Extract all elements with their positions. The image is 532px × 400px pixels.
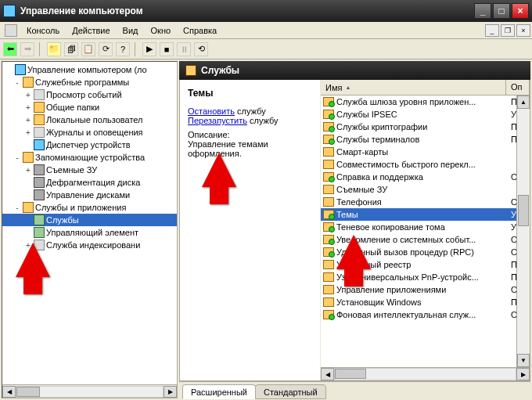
tree-item-services[interactable]: Службы: [2, 214, 177, 226]
column-name[interactable]: Имя: [321, 80, 506, 95]
scroll-up-button[interactable]: ▲: [517, 95, 530, 109]
service-row[interactable]: Службы терминаловПо: [321, 133, 530, 146]
tree-group-tools[interactable]: - Служебные программы: [2, 76, 177, 88]
tree-group-services-apps[interactable]: - Службы и приложения: [2, 201, 177, 214]
restart-service-link[interactable]: Перезапустить: [188, 116, 247, 125]
collapse-icon[interactable]: -: [13, 78, 21, 87]
scroll-down-button[interactable]: ▼: [517, 354, 530, 367]
tree-item-wmi[interactable]: Управляющий элемент: [2, 226, 177, 239]
scroll-track[interactable]: [334, 368, 516, 380]
expand-icon[interactable]: +: [24, 166, 32, 175]
folder-icon: [23, 152, 34, 163]
menu-help[interactable]: Справка: [177, 23, 223, 38]
stop-service-link[interactable]: Остановить: [188, 106, 235, 116]
vertical-scrollbar[interactable]: ▲ ▼: [516, 95, 530, 367]
service-name: Управление приложениями: [336, 285, 511, 294]
mdi-close-button[interactable]: ×: [516, 24, 530, 37]
scroll-thumb[interactable]: [16, 387, 40, 397]
menu-action[interactable]: Действие: [66, 23, 116, 38]
menu-console[interactable]: Консоль: [20, 23, 66, 38]
start-button[interactable]: ▶: [142, 42, 156, 56]
minimize-button[interactable]: _: [474, 3, 491, 19]
service-row[interactable]: Справка и поддержкаОб: [321, 171, 530, 183]
menu-view[interactable]: Вид: [117, 23, 145, 38]
refresh-button[interactable]: ⟳: [99, 42, 113, 56]
scroll-thumb[interactable]: [518, 195, 529, 226]
up-button[interactable]: 📁: [47, 42, 61, 56]
tree-pane: Управление компьютером (ло - Служебные п…: [2, 61, 178, 398]
defrag-icon: [34, 177, 45, 188]
service-name: Справка и поддержка: [336, 172, 511, 182]
description-text: Управление темами оформления.: [188, 139, 268, 158]
service-row[interactable]: Совместимость быстрого перекл...: [321, 158, 530, 171]
tree-horizontal-scrollbar[interactable]: ◀ ▶: [2, 384, 177, 398]
restart-button[interactable]: ⟲: [194, 42, 208, 56]
help-button[interactable]: ?: [116, 42, 130, 56]
export-button[interactable]: 📋: [81, 42, 95, 56]
window-title: Управление компьютером: [20, 5, 473, 16]
tree-group-storage[interactable]: - Запоминающие устройства: [2, 151, 177, 164]
service-row[interactable]: Служба шлюза уровня приложен...По: [321, 95, 530, 108]
service-row[interactable]: Управление приложениямиОб: [321, 283, 530, 296]
expand-icon[interactable]: +: [24, 241, 32, 250]
service-row[interactable]: Съемные ЗУ: [321, 183, 530, 196]
menu-window[interactable]: Окно: [145, 23, 178, 38]
tree-item-devicemgr[interactable]: Диспетчер устройств: [2, 139, 177, 151]
scroll-left-button[interactable]: ◀: [2, 386, 16, 398]
list-header[interactable]: Имя Оп: [321, 80, 530, 95]
service-name: Фоновая интеллектуальная служ...: [336, 310, 511, 319]
tree-item-eventviewer[interactable]: +Просмотр событий: [2, 88, 177, 101]
tree-item-diskmgmt[interactable]: Управление дисками: [2, 189, 177, 201]
system-menu-icon[interactable]: [5, 24, 17, 37]
maximize-button[interactable]: □: [493, 3, 510, 19]
tree-item-sharedfolders[interactable]: +Общие папки: [2, 101, 177, 114]
tree-root[interactable]: Управление компьютером (ло: [2, 63, 177, 76]
collapse-icon[interactable]: -: [13, 153, 21, 162]
scroll-track[interactable]: [16, 386, 164, 398]
tree-item-defrag[interactable]: Дефрагментация диска: [2, 176, 177, 189]
stop-button[interactable]: ■: [160, 42, 174, 56]
service-row[interactable]: Уведомление о системных событ...От: [321, 233, 530, 246]
properties-button[interactable]: 🗐: [64, 42, 78, 56]
service-row[interactable]: Установщик WindowsПо: [321, 296, 530, 308]
service-name: Удаленный вызов процедур (RPC): [336, 247, 511, 257]
tab-extended[interactable]: Расширенный: [182, 384, 256, 399]
service-row[interactable]: Службы криптографииПр: [321, 121, 530, 133]
pause-button[interactable]: ⏸: [177, 42, 191, 56]
column-description[interactable]: Оп: [506, 80, 530, 95]
mdi-restore-button[interactable]: ❐: [501, 24, 515, 37]
expand-icon[interactable]: +: [24, 128, 32, 137]
service-row[interactable]: ТелефонияОб: [321, 196, 530, 208]
service-row[interactable]: Узел универсальных PnP-устройс...По: [321, 271, 530, 283]
expand-icon[interactable]: +: [24, 91, 32, 99]
service-row[interactable]: Службы IPSECУп: [321, 108, 530, 121]
service-row[interactable]: Удаленный вызов процедур (RPC)Об: [321, 246, 530, 258]
service-row[interactable]: ТемыУп: [321, 208, 530, 221]
scroll-right-button[interactable]: ▶: [164, 386, 177, 398]
tree-item-removable[interactable]: +Съемные ЗУ: [2, 164, 177, 176]
back-button[interactable]: ⬅: [3, 42, 17, 56]
close-button[interactable]: ×: [512, 3, 529, 19]
scroll-left-button[interactable]: ◀: [321, 368, 334, 380]
expand-icon[interactable]: +: [24, 103, 32, 112]
service-icon: [323, 97, 334, 106]
scroll-right-button[interactable]: ▶: [516, 368, 530, 380]
expand-icon[interactable]: +: [24, 116, 32, 124]
service-row[interactable]: Теневое копирование томаУп: [321, 221, 530, 233]
tab-standard[interactable]: Стандартный: [255, 384, 326, 399]
collapse-icon[interactable]: -: [13, 204, 21, 212]
forward-button[interactable]: ➡: [20, 42, 34, 56]
tree-item-perflogs[interactable]: +Журналы и оповещения: [2, 126, 177, 139]
service-row[interactable]: Фоновая интеллектуальная служ...Об: [321, 308, 530, 321]
services-list[interactable]: Служба шлюза уровня приложен...ПоСлужбы …: [321, 95, 530, 380]
tree-view[interactable]: Управление компьютером (ло - Служебные п…: [2, 62, 177, 384]
list-horizontal-scrollbar[interactable]: ◀ ▶: [321, 367, 530, 380]
tree-item-users[interactable]: +Локальные пользовател: [2, 114, 177, 126]
scroll-track[interactable]: [517, 109, 530, 354]
service-row[interactable]: Удаленный реестрПо: [321, 258, 530, 271]
scroll-thumb[interactable]: [335, 369, 366, 379]
service-row[interactable]: Смарт-карты: [321, 146, 530, 158]
titlebar[interactable]: Управление компьютером _ □ ×: [0, 0, 532, 22]
tree-item-indexing[interactable]: +Служба индексировани: [2, 239, 177, 251]
mdi-minimize-button[interactable]: _: [485, 24, 499, 37]
